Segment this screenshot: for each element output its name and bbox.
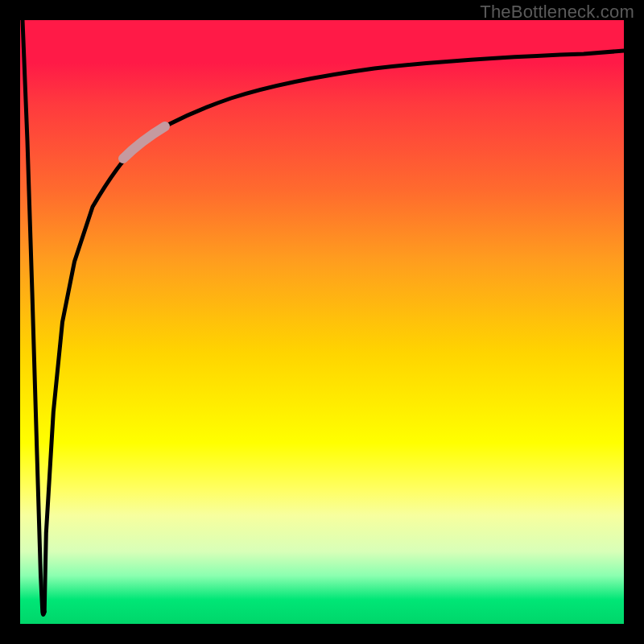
plot-area	[20, 20, 624, 624]
attribution-text: TheBottleneck.com	[480, 2, 634, 23]
curve-right-rise	[44, 51, 624, 612]
curve-layer	[20, 20, 624, 624]
curve-left-drop	[23, 20, 44, 615]
chart-frame: TheBottleneck.com	[0, 0, 644, 644]
curve-highlight-segment	[123, 126, 165, 159]
